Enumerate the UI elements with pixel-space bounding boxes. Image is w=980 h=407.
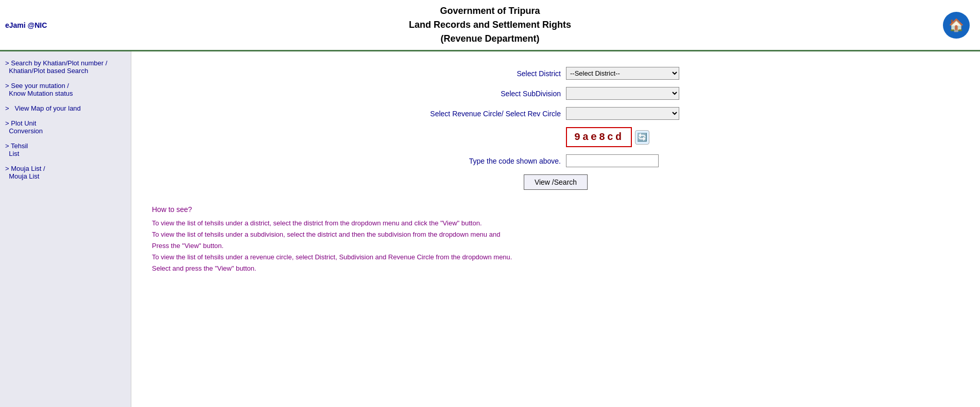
info-line4: To view the list of tehsils under a reve… <box>152 252 959 263</box>
content-area: Select District --Select District-- Sele… <box>131 51 980 407</box>
captcha-refresh-button[interactable]: 🔄 <box>635 130 649 145</box>
view-search-button[interactable]: View /Search <box>524 174 588 190</box>
header-title-line1: Government of Tripura <box>409 4 571 18</box>
main-layout: > Search by Khatian/Plot number / Khatia… <box>0 51 980 407</box>
header: eJami @NIC Government of Tripura Land Re… <box>0 0 980 51</box>
arrow-icon: > <box>5 142 11 150</box>
district-label: Select District <box>391 69 566 78</box>
button-row: View /Search <box>391 174 720 190</box>
sidebar-item-mutation[interactable]: > See your mutation / Know Mutation stat… <box>0 79 131 100</box>
header-title: Government of Tripura Land Records and S… <box>409 4 571 46</box>
arrow-icon: > <box>5 165 11 172</box>
captcha-display-row: 9ae8cd 🔄 <box>391 127 720 147</box>
header-title-line3: (Revenue Department) <box>409 32 571 46</box>
how-to-heading: How to see? <box>152 205 959 214</box>
captcha-input-row: Type the code shown above. <box>391 154 720 167</box>
sidebar-item-plot-unit[interactable]: > Plot Unit Conversion <box>0 117 131 137</box>
info-section: How to see? To view the list of tehsils … <box>147 205 965 274</box>
ejami-label: eJami @NIC <box>5 21 47 29</box>
revenue-circle-label: Select Revenue Circle/ Select Rev Circle <box>391 110 566 118</box>
sidebar-item-map[interactable]: > View Map of your land <box>0 102 131 115</box>
revenue-circle-row: Select Revenue Circle/ Select Rev Circle <box>391 107 720 120</box>
sidebar-group-mutation: > See your mutation / Know Mutation stat… <box>0 79 131 100</box>
sidebar-group-map: > View Map of your land <box>0 102 131 115</box>
sidebar-item-search-khatian[interactable]: > Search by Khatian/Plot number / Khatia… <box>0 57 131 77</box>
arrow-icon: > <box>5 104 11 112</box>
header-title-line2: Land Records and Settlement Rights <box>409 18 571 32</box>
sidebar-group-mouja: > Mouja List / Mouja List <box>0 162 131 183</box>
revenue-circle-select[interactable] <box>566 107 679 120</box>
district-select[interactable]: --Select District-- <box>566 67 679 80</box>
captcha-input[interactable] <box>566 154 659 167</box>
arrow-icon: > <box>5 82 11 90</box>
info-line5: Select and press the "View" button. <box>152 263 959 274</box>
info-line3: Press the "View" button. <box>152 240 959 252</box>
home-button[interactable]: 🏠 <box>943 12 970 39</box>
refresh-icon: 🔄 <box>637 132 647 142</box>
sidebar-item-mouja[interactable]: > Mouja List / Mouja List <box>0 162 131 183</box>
sidebar-item-tehsil[interactable]: > Tehsil List <box>0 139 131 160</box>
arrow-icon: > <box>5 59 11 67</box>
info-line2: To view the list of tehsils under a subd… <box>152 229 959 240</box>
captcha-image: 9ae8cd <box>566 127 632 147</box>
subdivision-label: Select SubDivision <box>391 90 566 98</box>
subdivision-row: Select SubDivision <box>391 87 720 100</box>
sidebar-group-search: > Search by Khatian/Plot number / Khatia… <box>0 57 131 77</box>
district-row: Select District --Select District-- <box>391 67 720 80</box>
subdivision-select[interactable] <box>566 87 679 100</box>
arrow-icon: > <box>5 119 11 127</box>
captcha-input-label: Type the code shown above. <box>391 157 566 165</box>
info-line1: To view the list of tehsils under a dist… <box>152 218 959 229</box>
sidebar: > Search by Khatian/Plot number / Khatia… <box>0 51 131 407</box>
sidebar-group-plot-unit: > Plot Unit Conversion <box>0 117 131 137</box>
sidebar-group-tehsil: > Tehsil List <box>0 139 131 160</box>
form-section: Select District --Select District-- Sele… <box>147 67 965 200</box>
home-icon: 🏠 <box>949 18 964 32</box>
